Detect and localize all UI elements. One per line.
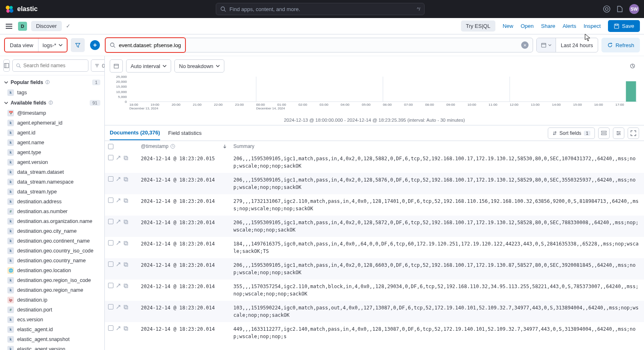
row-checkbox[interactable]	[108, 155, 113, 160]
field-item[interactable]: kelastic_agent.id	[0, 325, 104, 334]
copy-icon[interactable]	[123, 326, 128, 331]
field-item[interactable]: kdata_stream.dataset	[0, 167, 104, 177]
histogram-chart[interactable]: 25,00020,00015,00010,0005,000018:0019:00…	[105, 76, 644, 117]
expand-icon[interactable]	[116, 155, 121, 160]
share-link[interactable]: Share	[541, 23, 556, 29]
add-filter-button[interactable]	[90, 40, 100, 50]
app-name-breadcrumb[interactable]: Discover	[31, 21, 62, 31]
field-item[interactable]: kelastic_agent.version	[0, 344, 104, 350]
row-checkbox[interactable]	[108, 176, 113, 182]
help-icon[interactable]	[603, 5, 610, 13]
copy-icon[interactable]	[123, 177, 128, 182]
field-item[interactable]: kagent.name	[0, 138, 104, 148]
copy-icon[interactable]	[123, 219, 128, 224]
toggle-sidebar-button[interactable]	[3, 59, 10, 72]
field-item[interactable]: kdestination.address	[0, 197, 104, 207]
col-header-timestamp[interactable]: @timestamp	[141, 143, 169, 149]
lens-edit-button[interactable]	[626, 59, 639, 73]
filter-button[interactable]	[71, 38, 85, 52]
alerts-link[interactable]: Alerts	[563, 23, 576, 29]
table-row[interactable]: 2024-12-14 @ 18:23:20.014 279,,,17321310…	[105, 194, 644, 216]
try-esql-button[interactable]: Try ES|QL	[461, 20, 495, 32]
field-item[interactable]: kagent.ephemeral_id	[0, 118, 104, 128]
table-row[interactable]: 2024-12-14 @ 18:23:20.014 206,,,15953091…	[105, 173, 644, 194]
clear-query-button[interactable]: ✕	[521, 41, 529, 49]
field-item[interactable]: kdestination.geo.continent_name	[0, 236, 104, 246]
col-header-summary[interactable]: Summary	[230, 141, 644, 152]
row-checkbox[interactable]	[108, 240, 113, 245]
sort-desc-icon[interactable]	[223, 144, 227, 148]
row-checkbox[interactable]	[108, 219, 113, 224]
field-item[interactable]: ipdestination.ip	[0, 295, 104, 305]
open-link[interactable]: Open	[521, 23, 534, 29]
expand-icon[interactable]	[116, 219, 121, 224]
expand-icon[interactable]	[116, 305, 121, 309]
field-search-text[interactable]	[23, 63, 85, 68]
table-row[interactable]: 2024-12-14 @ 18:23:20.014 103,,,15195902…	[105, 301, 644, 322]
copy-icon[interactable]	[123, 198, 128, 203]
expand-icon[interactable]	[116, 283, 121, 288]
field-item[interactable]: kdata_stream.namespace	[0, 177, 104, 187]
field-group-header[interactable]: Available fieldsⓘ91	[0, 98, 104, 108]
field-item[interactable]: kagent.version	[0, 157, 104, 167]
field-item[interactable]: #destination.port	[0, 305, 104, 315]
field-search-input[interactable]	[12, 59, 88, 72]
field-item[interactable]: kdestination.geo.country_name	[0, 256, 104, 266]
copy-icon[interactable]	[123, 305, 128, 309]
field-group-header[interactable]: Popular fieldsⓘ1	[0, 77, 104, 88]
table-row[interactable]: 2024-12-14 @ 18:23:20.014 206,,,15953091…	[105, 258, 644, 280]
save-button[interactable]: Save	[608, 20, 640, 32]
field-item[interactable]: kdestination.geo.city_name	[0, 226, 104, 236]
user-avatar[interactable]: SW	[629, 4, 639, 14]
row-checkbox[interactable]	[108, 325, 113, 331]
expand-icon[interactable]	[116, 326, 121, 331]
interval-selector[interactable]: Auto interval	[126, 59, 171, 73]
fullscreen-button[interactable]	[628, 127, 639, 139]
table-row[interactable]: 2024-12-14 @ 18:23:20.014 449,,,16331122…	[105, 322, 644, 343]
field-item[interactable]: kdestination.as.organization.name	[0, 216, 104, 226]
new-link[interactable]: New	[503, 23, 513, 29]
breakdown-selector[interactable]: No breakdown	[174, 59, 224, 73]
field-item[interactable]: kecs.version	[0, 315, 104, 325]
field-item[interactable]: kdata_stream.type	[0, 187, 104, 197]
refresh-button[interactable]: Refresh	[601, 38, 640, 52]
copy-icon[interactable]	[123, 262, 128, 267]
table-row[interactable]: 2024-12-14 @ 18:23:20.014 184,,,14976163…	[105, 237, 644, 258]
sort-fields-button[interactable]: Sort fields 1	[548, 127, 595, 139]
query-input[interactable]	[119, 42, 517, 48]
field-item[interactable]: 🌐destination.geo.location	[0, 266, 104, 275]
table-row[interactable]: 2024-12-14 @ 18:23:20.014 355,,,15703572…	[105, 280, 644, 301]
data-view-selector[interactable]: Data view logs-*	[4, 38, 68, 52]
space-selector[interactable]: D	[18, 22, 27, 31]
expand-icon[interactable]	[116, 262, 121, 267]
field-item[interactable]: kdestination.geo.country_iso_code	[0, 246, 104, 256]
field-item[interactable]: kelastic_agent.snapshot	[0, 334, 104, 344]
tab-field-stats[interactable]: Field statistics	[168, 126, 202, 140]
field-item[interactable]: #destination.as.number	[0, 207, 104, 216]
logo[interactable]: elastic	[5, 5, 38, 14]
field-item[interactable]: kagent.type	[0, 148, 104, 157]
global-search-input[interactable]: Find apps, content, and more. ^/	[216, 3, 425, 15]
field-item[interactable]: ktags	[0, 88, 104, 98]
select-all-checkbox[interactable]	[108, 144, 113, 149]
settings-button[interactable]	[613, 127, 624, 139]
toggle-chart-button[interactable]	[110, 59, 123, 73]
expand-icon[interactable]	[116, 177, 121, 182]
field-filter-button[interactable]: 0	[91, 59, 105, 72]
row-checkbox[interactable]	[108, 283, 113, 288]
time-range-picker[interactable]: Last 24 hours	[536, 38, 599, 52]
copy-icon[interactable]	[123, 241, 128, 245]
copy-icon[interactable]	[123, 283, 128, 288]
expand-icon[interactable]	[116, 241, 121, 245]
row-checkbox[interactable]	[108, 261, 113, 267]
nav-menu-button[interactable]	[4, 21, 14, 31]
expand-icon[interactable]	[116, 198, 121, 203]
copy-icon[interactable]	[123, 155, 128, 160]
tab-documents[interactable]: Documents (20,376)	[110, 126, 160, 140]
row-checkbox[interactable]	[108, 304, 113, 309]
field-item[interactable]: kdestination.geo.region_name	[0, 285, 104, 295]
row-checkbox[interactable]	[108, 198, 113, 203]
table-row[interactable]: 2024-12-14 @ 18:23:20.015 206,,,15953091…	[105, 152, 644, 173]
newsfeed-icon[interactable]	[616, 5, 624, 13]
field-item[interactable]: kdestination.geo.region_iso_code	[0, 275, 104, 285]
